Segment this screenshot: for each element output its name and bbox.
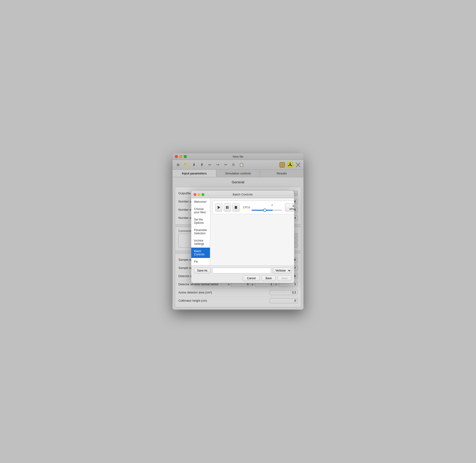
stop-button[interactable] [232,203,240,212]
dialog-titlebar: Batch Controls [191,191,294,198]
dialog-minimize-button[interactable] [198,193,200,196]
svg-marker-9 [218,206,220,209]
verbose-select[interactable]: Verbose [273,267,291,274]
pause-button[interactable] [224,203,231,212]
dialog-close-button[interactable] [194,193,196,196]
dialog-traffic-lights [194,193,204,196]
sidebar-item-welcome[interactable]: Welcome! [191,198,210,205]
cpu-value-display: 4 [271,204,273,206]
sidebar-item-parameter-selection[interactable]: Parameter Selection [191,227,210,237]
dialog-maximize-button[interactable] [202,193,204,196]
cpu-slider[interactable] [252,210,282,211]
batch-controls-area: CPUs 4 Start simulation [212,201,294,214]
sidebar-item-batch-controls[interactable]: Batch Controls [191,248,210,258]
cpu-area: CPUs 4 [241,204,284,211]
play-button[interactable] [215,203,222,212]
dialog-title: Batch Controls [233,193,253,196]
dialog-main-area: CPUs 4 Start simulation [210,198,294,265]
main-window: New file ⊕ 📁 ⬇ ⬆ ↩ ↪ ✂ ⎘ 📋 [173,153,303,310]
svg-rect-12 [235,206,237,209]
save-as-button[interactable]: Save As [194,268,211,273]
wizard-sidebar: Welcome! Choose your files! Set the Opti… [191,198,210,265]
cpu-label: CPUs [243,206,250,209]
footer-path-input[interactable] [212,268,271,273]
svg-rect-10 [226,206,227,209]
sidebar-item-fin[interactable]: Fin [191,258,210,265]
batch-controls-dialog: Batch Controls Welcome! Choose your file… [191,191,294,283]
playback-row: CPUs 4 Start simulation [215,203,294,212]
dialog-body: Welcome! Choose your files! Set the Opti… [191,198,294,265]
next-button[interactable]: Next [278,276,291,281]
sidebar-item-choose-files[interactable]: Choose your files! [191,205,210,216]
svg-rect-11 [228,206,229,209]
sidebar-item-set-options[interactable]: Set the Options [191,216,210,227]
dialog-content-area [212,216,294,247]
cancel-button[interactable]: Cancel [243,276,259,281]
dialog-footer: Save As Verbose Cancel Back Next [191,265,294,283]
footer-row1: Save As Verbose [194,267,291,274]
back-button[interactable]: Back [262,276,276,281]
footer-buttons-row: Cancel Back Next [194,276,291,281]
sidebar-item-archive-settings[interactable]: Archive Settings [191,237,210,248]
start-simulation-button[interactable]: Start simulation [285,204,294,211]
